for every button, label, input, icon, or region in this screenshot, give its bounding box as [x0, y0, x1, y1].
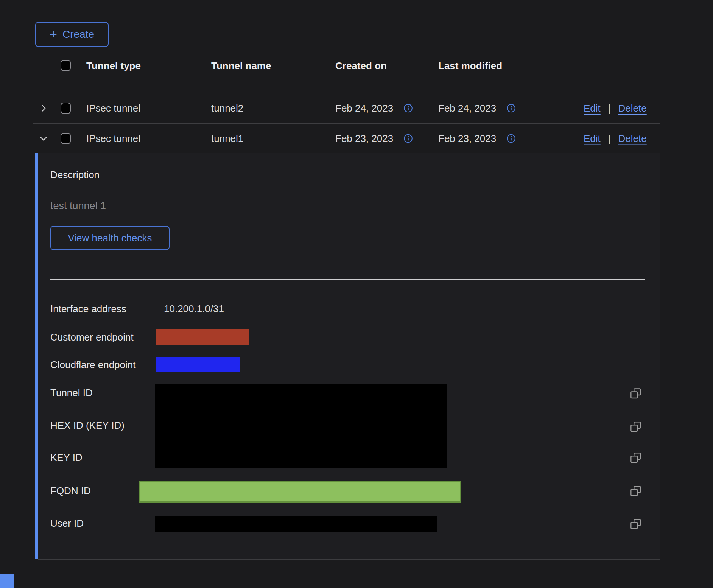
created-on-cell: Feb 24, 2023	[335, 103, 393, 114]
description-label: Description	[50, 169, 100, 181]
create-button[interactable]: + Create	[35, 22, 109, 47]
description-value: test tunnel 1	[50, 200, 106, 212]
info-icon[interactable]	[506, 134, 516, 144]
delete-link[interactable]: Delete	[618, 103, 647, 114]
user-id-redaction	[155, 516, 437, 532]
info-icon[interactable]	[403, 103, 413, 114]
interface-address-value: 10.200.1.0/31	[164, 303, 224, 315]
tunnel-type-cell: IPsec tunnel	[86, 103, 140, 114]
copy-key-id-button[interactable]	[630, 452, 642, 464]
info-icon[interactable]	[403, 134, 413, 144]
tunnel-name-cell: tunnel2	[211, 103, 243, 114]
link-separator: |	[608, 133, 611, 145]
corner-artifact	[0, 574, 14, 588]
copy-hex-id-button[interactable]	[630, 421, 642, 433]
interface-address-label: Interface address	[50, 303, 126, 315]
chevron-right-icon[interactable]	[39, 103, 48, 113]
create-button-label: Create	[62, 28, 94, 40]
copy-fqdn-id-button[interactable]	[630, 485, 642, 497]
column-header-tunnel-type: Tunnel type	[86, 60, 141, 72]
tunnel-name-cell: tunnel1	[211, 133, 243, 145]
tunnel-id-label: Tunnel ID	[50, 387, 93, 399]
panel-divider	[50, 279, 645, 280]
view-health-checks-button[interactable]: View health checks	[50, 226, 170, 250]
last-modified-cell: Feb 24, 2023	[438, 103, 496, 114]
header-divider	[33, 93, 660, 93]
column-header-last-modified: Last modified	[438, 60, 502, 72]
link-separator: |	[608, 103, 611, 114]
edit-link[interactable]: Edit	[584, 103, 601, 114]
created-on-cell: Feb 23, 2023	[335, 133, 393, 145]
customer-endpoint-redaction	[156, 329, 249, 345]
copy-tunnel-id-button[interactable]	[630, 387, 642, 400]
row-divider	[33, 123, 660, 124]
tunnel-type-cell: IPsec tunnel	[86, 133, 140, 145]
hex-id-label: HEX ID (KEY ID)	[50, 420, 125, 431]
row-checkbox[interactable]	[61, 133, 71, 144]
fqdn-id-label: FQDN ID	[50, 485, 91, 497]
info-icon[interactable]	[506, 103, 516, 114]
panel-bottom-divider	[38, 559, 660, 560]
cloudflare-endpoint-redaction	[156, 357, 240, 372]
column-header-tunnel-name: Tunnel name	[211, 60, 271, 72]
last-modified-cell: Feb 23, 2023	[438, 133, 496, 145]
chevron-down-icon[interactable]	[39, 134, 48, 143]
cloudflare-endpoint-label: Cloudflare endpoint	[50, 359, 136, 371]
edit-link[interactable]: Edit	[584, 133, 601, 145]
delete-link[interactable]: Delete	[618, 133, 647, 145]
expanded-row-indicator-bar	[35, 153, 38, 559]
ids-redaction	[155, 384, 447, 468]
select-all-checkbox[interactable]	[61, 60, 71, 71]
column-header-created-on: Created on	[335, 60, 387, 72]
customer-endpoint-label: Customer endpoint	[50, 331, 134, 343]
user-id-label: User ID	[50, 518, 84, 529]
fqdn-id-redaction	[139, 481, 461, 503]
plus-icon: +	[50, 28, 57, 40]
copy-user-id-button[interactable]	[630, 518, 642, 530]
key-id-label: KEY ID	[50, 452, 83, 464]
row-checkbox[interactable]	[61, 103, 71, 114]
